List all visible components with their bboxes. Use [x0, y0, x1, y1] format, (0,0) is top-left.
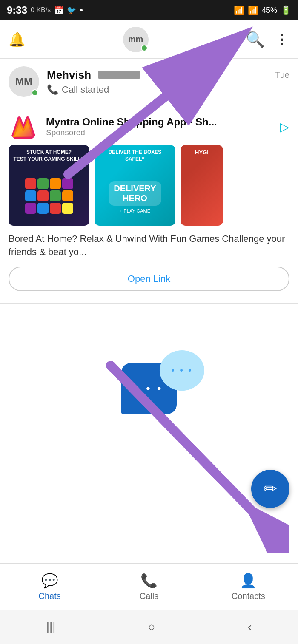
- status-bar: 9:33 0 KB/s 📅 🐦 • 📶 📶 45% 🔋: [0, 0, 298, 20]
- chat-avatar-wrap: MM: [9, 66, 39, 97]
- empty-chat-area: • • • • • •: [0, 304, 298, 465]
- battery-percent: 45%: [262, 6, 277, 15]
- app-header: 🔔 mm 🔍 ⋮: [0, 20, 298, 59]
- main-content: 🔔 mm 🔍 ⋮ MM Mehvish Tue: [0, 20, 298, 563]
- bottom-nav: 💬 Chats 📞 Calls 👤 Contacts: [0, 563, 298, 610]
- nav-chats[interactable]: 💬 Chats: [0, 573, 99, 601]
- ad-images: STUCK AT HOME?TEST YOUR GAMING SKILLS: [0, 145, 298, 226]
- back-button[interactable]: ‹: [248, 620, 252, 634]
- system-nav: ||| ○ ‹: [0, 610, 298, 644]
- light-bubble-dots: • • •: [171, 365, 192, 376]
- more-options-icon[interactable]: ⋮: [275, 31, 289, 48]
- chats-icon: 💬: [41, 573, 58, 589]
- chat-item-mehvish[interactable]: MM Mehvish Tue 📞 Call started: [0, 59, 298, 105]
- ad-sponsored: Sponsored: [46, 128, 272, 137]
- home-button[interactable]: ○: [148, 620, 155, 634]
- chat-name: Mehvish: [47, 68, 91, 82]
- signal-icon: 📶: [248, 5, 258, 15]
- ad-image-2[interactable]: DELIVER THE BOXESSAFELY DELIVERYHERO + P…: [95, 145, 175, 226]
- chat-online-dot: [32, 89, 38, 96]
- chat-info: Mehvish Tue 📞 Call started: [47, 68, 289, 95]
- ad-image-1[interactable]: STUCK AT HOME?TEST YOUR GAMING SKILLS: [9, 145, 89, 226]
- avatar-initials: mm: [128, 34, 143, 44]
- search-icon[interactable]: 🔍: [246, 31, 265, 48]
- call-icon: 📞: [47, 84, 58, 95]
- calendar-icon: 📅: [54, 6, 63, 15]
- wifi-icon: 📶: [234, 5, 244, 15]
- ad-description: Bored At Home? Relax & Unwind With Fun G…: [0, 226, 298, 262]
- chat-name-hidden: [98, 71, 140, 79]
- ad-header: Myntra Online Shopping App - Sh... Spons…: [0, 105, 298, 145]
- data-speed: 0 KB/s: [31, 6, 51, 14]
- myntra-logo-svg: [11, 114, 36, 139]
- status-right: 📶 📶 45% 🔋: [234, 5, 291, 15]
- nav-contacts[interactable]: 👤 Contacts: [199, 573, 298, 601]
- ad-section: Myntra Online Shopping App - Sh... Spons…: [0, 105, 298, 304]
- blue-bubble-dots: • • •: [135, 382, 163, 395]
- ad-logo: [9, 112, 38, 142]
- bell-icon[interactable]: 🔔: [9, 31, 26, 48]
- ad-image-3-text: HYGI: [181, 149, 223, 156]
- status-time: 9:33: [7, 4, 27, 16]
- battery-icon: 🔋: [281, 5, 291, 15]
- chats-label: Chats: [39, 591, 61, 601]
- open-link-button[interactable]: Open Link: [9, 267, 289, 291]
- chat-name-row: Mehvish Tue: [47, 68, 289, 82]
- ad-image-1-text: STUCK AT HOME?TEST YOUR GAMING SKILLS: [9, 149, 89, 162]
- online-dot: [141, 45, 148, 51]
- dot-icon: •: [80, 5, 83, 16]
- ad-title: Myntra Online Shopping App - Sh...: [46, 116, 272, 128]
- chat-avatar-initials: MM: [15, 76, 32, 88]
- ad-play-button[interactable]: ▷: [280, 120, 289, 134]
- contacts-icon: 👤: [240, 573, 257, 589]
- calls-icon: 📞: [140, 573, 158, 589]
- contacts-label: Contacts: [232, 591, 265, 601]
- nav-calls[interactable]: 📞 Calls: [99, 573, 198, 601]
- chat-time: Tue: [275, 70, 289, 80]
- header-actions: 🔍 ⋮: [246, 31, 289, 48]
- light-bubble: • • •: [160, 350, 204, 391]
- ad-image-3[interactable]: HYGI: [181, 145, 223, 226]
- user-avatar-wrap[interactable]: mm: [123, 27, 149, 52]
- menu-button[interactable]: |||: [46, 620, 56, 634]
- ad-image-2-text: DELIVER THE BOXESSAFELY: [95, 149, 175, 162]
- calls-label: Calls: [140, 591, 158, 601]
- new-chat-fab[interactable]: ✏: [251, 470, 289, 508]
- pencil-icon: ✏: [264, 479, 277, 498]
- ad-title-block: Myntra Online Shopping App - Sh... Spons…: [46, 116, 272, 137]
- chat-illustration: • • • • • •: [121, 363, 177, 414]
- twitter-icon: 🐦: [67, 6, 76, 15]
- status-left: 9:33 0 KB/s 📅 🐦 •: [7, 4, 83, 16]
- delivery-hero-label: DELIVERYHERO + PLAY GAME: [109, 181, 161, 213]
- chat-last-message: 📞 Call started: [47, 84, 289, 95]
- last-message-text: Call started: [62, 84, 109, 95]
